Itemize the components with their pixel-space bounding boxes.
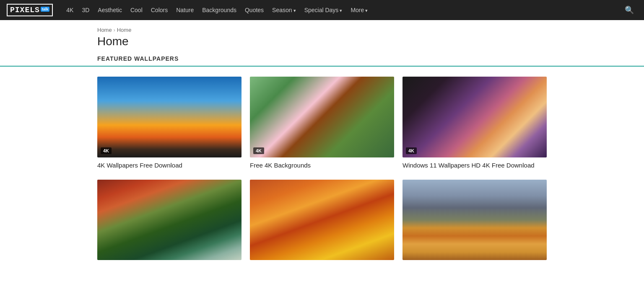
navigation: PIXELS talk 4K3DAestheticCoolColorsNatur… [0, 0, 644, 20]
gallery-item-img-1 [97, 77, 242, 157]
nav-links: 4K3DAestheticCoolColorsNatureBackgrounds… [63, 4, 621, 16]
nav-link-backgrounds[interactable]: Backgrounds [199, 4, 240, 16]
gallery-item-badge-3: 4K [406, 147, 417, 154]
gallery-item-img-2 [250, 77, 394, 157]
breadcrumb-home-link[interactable]: Home [97, 27, 112, 33]
gallery-item-5[interactable] [250, 180, 394, 260]
nav-link-4k[interactable]: 4K [63, 4, 77, 16]
breadcrumb-current: Home [117, 27, 132, 33]
gallery-item-1[interactable]: 4K4K Wallpapers Free Download [97, 77, 242, 170]
logo-talk-badge: talk [41, 7, 50, 12]
gallery-item-2[interactable]: 4KFree 4K Backgrounds [250, 77, 394, 170]
gallery-item-4[interactable] [97, 180, 242, 260]
gallery-item-img-wrap-1: 4K [97, 77, 242, 157]
nav-link-season[interactable]: Season [269, 4, 299, 16]
nav-link-nature[interactable]: Nature [173, 4, 197, 16]
nav-link-aesthetic[interactable]: Aesthetic [94, 4, 125, 16]
breadcrumb: Home › Home [97, 27, 547, 33]
gallery-item-img-6 [402, 180, 547, 260]
search-button[interactable]: 🔍 [621, 4, 637, 16]
section-title: FEATURED WALLPAPERS [97, 55, 179, 62]
gallery-item-6[interactable] [402, 180, 547, 260]
gallery-item-img-wrap-2: 4K [250, 77, 394, 157]
gallery-item-img-4 [97, 180, 242, 260]
page-title-area: Home [0, 33, 644, 55]
gallery-item-img-wrap-6 [402, 180, 547, 260]
gallery-item-badge-1: 4K [101, 147, 112, 154]
gallery-item-title-3: Windows 11 Wallpapers HD 4K Free Downloa… [402, 161, 547, 170]
nav-link-cool[interactable]: Cool [127, 4, 146, 16]
gallery-item-3[interactable]: 4KWindows 11 Wallpapers HD 4K Free Downl… [402, 77, 547, 170]
gallery-item-badge-2: 4K [253, 147, 264, 154]
page-title: Home [97, 35, 547, 48]
nav-link-quotes[interactable]: Quotes [242, 4, 267, 16]
logo-pixels-text: PIXELS [10, 6, 40, 14]
breadcrumb-area: Home › Home [0, 20, 644, 33]
logo[interactable]: PIXELS talk [7, 4, 53, 16]
gallery-item-title-2: Free 4K Backgrounds [250, 161, 394, 170]
section-header-area: FEATURED WALLPAPERS [0, 55, 644, 67]
nav-link-3d[interactable]: 3D [78, 4, 93, 16]
gallery-item-img-3 [402, 77, 547, 157]
gallery-item-img-wrap-4 [97, 180, 242, 260]
nav-link-special-days[interactable]: Special Days [301, 4, 346, 16]
gallery-item-img-wrap-3: 4K [402, 77, 547, 157]
breadcrumb-separator: › [114, 27, 115, 33]
gallery-item-title-1: 4K Wallpapers Free Download [97, 161, 242, 170]
gallery-item-img-5 [250, 180, 394, 260]
nav-link-colors[interactable]: Colors [148, 4, 171, 16]
gallery-grid: 4K4K Wallpapers Free Download4KFree 4K B… [97, 77, 547, 260]
gallery-item-img-wrap-5 [250, 180, 394, 260]
gallery-area: 4K4K Wallpapers Free Download4KFree 4K B… [0, 67, 644, 270]
nav-link-more[interactable]: More [347, 4, 371, 16]
